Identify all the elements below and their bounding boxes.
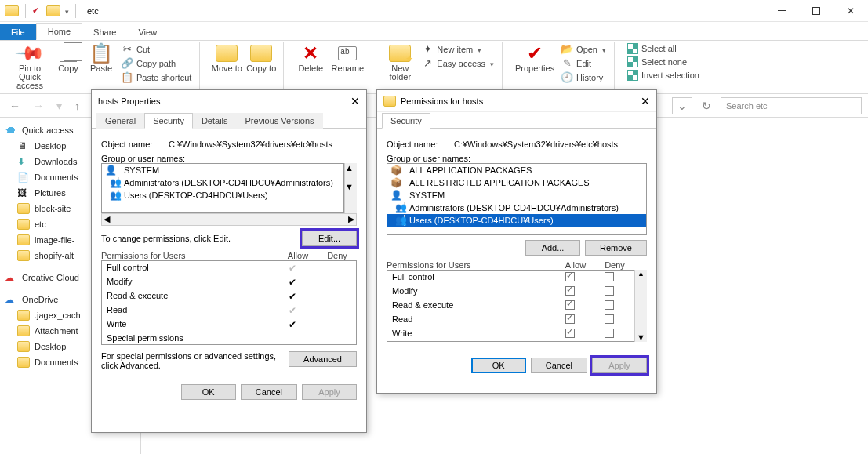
allow-checkbox[interactable] (565, 286, 575, 296)
tab-share[interactable]: Share (82, 24, 127, 40)
qat-properties-icon[interactable] (32, 5, 43, 16)
delete-button[interactable]: ✕Delete (293, 42, 328, 73)
pin-quick-access-button[interactable]: 📌 Pin to Quick access (8, 42, 52, 90)
user-icon (105, 165, 119, 176)
nav-recent-icon[interactable]: ▾ (53, 100, 65, 112)
ribbon: 📌 Pin to Quick access Copy 📋 Paste ✂Cut … (0, 41, 868, 94)
allow-checkbox[interactable] (565, 272, 575, 281)
group-user-list[interactable]: ALL APPLICATION PACKAGES ALL RESTRICTED … (387, 163, 647, 235)
cut-button[interactable]: ✂Cut (118, 42, 194, 56)
paste-shortcut-button[interactable]: 📋Paste shortcut (118, 71, 194, 84)
copy-path-button[interactable]: 🔗Copy path (118, 56, 194, 70)
tab-previous-versions[interactable]: Previous Versions (237, 113, 323, 129)
maximize-button[interactable] (799, 0, 833, 22)
deny-checkbox[interactable] (605, 329, 614, 338)
object-name-value: C:¥Windows¥System32¥drivers¥etc¥hosts (454, 140, 618, 149)
nav-forward-icon[interactable]: → (30, 100, 47, 112)
tab-home[interactable]: Home (36, 23, 82, 40)
perm-write: Write (392, 329, 550, 340)
documents-icon (17, 172, 30, 183)
cancel-button[interactable]: Cancel (241, 384, 297, 400)
list-item[interactable]: ALL APPLICATION PACKAGES (387, 164, 646, 176)
tab-view[interactable]: View (127, 24, 168, 40)
close-button[interactable]: ✕ (833, 0, 868, 22)
list-item[interactable]: Administrators (DESKTOP-CD4HDCU¥Administ… (102, 176, 343, 189)
search-input[interactable]: Search etc (721, 97, 862, 114)
list-item[interactable]: SYSTEM (102, 164, 343, 176)
open-button[interactable]: Open (557, 42, 609, 56)
edit-button[interactable]: Edit... (302, 231, 357, 246)
paste-button[interactable]: 📋 Paste (85, 42, 118, 90)
tab-security[interactable]: Security (144, 113, 193, 129)
properties-button[interactable]: ✔Properties (512, 42, 557, 84)
easy-access-button[interactable]: ↗Easy access (418, 56, 497, 70)
group-user-list[interactable]: SYSTEM Administrators (DESKTOP-CD4HDCU¥A… (101, 163, 344, 213)
add-button[interactable]: Add... (525, 240, 580, 256)
ok-button[interactable]: OK (181, 384, 236, 400)
easy-access-icon: ↗ (421, 57, 434, 69)
qat-dropdown-icon[interactable] (64, 6, 69, 16)
group-icon (105, 190, 119, 201)
nav-up-icon[interactable]: ↑ (71, 100, 83, 112)
close-icon[interactable]: ✕ (641, 95, 650, 107)
deny-checkbox[interactable] (605, 286, 614, 296)
allow-checkbox[interactable] (565, 300, 575, 310)
scrollbar[interactable]: ▲▼ (344, 163, 357, 213)
open-icon (561, 43, 573, 55)
scrollbar[interactable]: ▲▼ (634, 270, 647, 342)
user-icon (390, 190, 405, 201)
rename-button[interactable]: Rename (328, 42, 367, 73)
list-item-selected[interactable]: Users (DESKTOP-CD4HDCU¥Users) (387, 214, 646, 227)
tab-security[interactable]: Security (382, 113, 430, 129)
perm-full: Full control (107, 263, 273, 274)
move-to-button[interactable]: Move to (209, 42, 244, 73)
dialog-titlebar[interactable]: Permissions for hosts ✕ (377, 90, 656, 112)
list-item[interactable]: Administrators (DESKTOP-CD4HDCU¥Administ… (387, 202, 646, 214)
address-dropdown-icon[interactable]: ⌄ (672, 97, 692, 114)
paste-shortcut-icon: 📋 (121, 71, 133, 83)
deny-checkbox[interactable] (605, 272, 614, 281)
deny-checkbox[interactable] (605, 314, 614, 324)
h-scrollbar[interactable]: ◀▶ (101, 213, 357, 226)
apply-button[interactable]: Apply (592, 358, 647, 373)
select-none-button[interactable]: Select none (624, 56, 703, 68)
advanced-button[interactable]: Advanced (289, 351, 357, 367)
allow-checkbox[interactable] (565, 314, 575, 324)
folder-icon (17, 234, 30, 245)
folder-icon (5, 5, 19, 16)
group-names-label: Group or user names: (101, 154, 357, 163)
history-button[interactable]: History (557, 71, 609, 84)
apply-button[interactable]: Apply (302, 384, 357, 400)
new-item-button[interactable]: ✦New item (418, 42, 497, 56)
perm-full: Full control (392, 272, 550, 283)
remove-button[interactable]: Remove (585, 240, 647, 256)
cancel-button[interactable]: Cancel (531, 358, 587, 373)
pictures-icon (17, 187, 30, 198)
allow-checkbox[interactable] (565, 329, 575, 338)
list-item[interactable]: ALL RESTRICTED APPLICATION PACKAGES (387, 176, 646, 189)
invert-selection-button[interactable]: Invert selection (624, 69, 703, 82)
dialog-titlebar[interactable]: hosts Properties ✕ (92, 90, 366, 112)
refresh-icon[interactable]: ↻ (699, 100, 714, 112)
tab-general[interactable]: General (96, 113, 144, 129)
edit-button[interactable]: Edit (557, 56, 609, 70)
ok-button[interactable]: OK (471, 358, 526, 373)
tab-file[interactable]: File (0, 24, 36, 40)
deny-checkbox[interactable] (605, 300, 614, 310)
minimize-button[interactable] (764, 0, 799, 22)
new-folder-button[interactable]: New folder (382, 42, 418, 82)
list-item[interactable]: Users (DESKTOP-CD4HDCU¥Users) (102, 189, 343, 202)
select-all-icon (627, 43, 638, 54)
qat-folder-icon[interactable] (46, 5, 60, 16)
nav-back-icon[interactable]: ← (6, 100, 24, 112)
list-item[interactable]: SYSTEM (387, 189, 646, 202)
close-icon[interactable]: ✕ (350, 95, 360, 107)
new-folder-icon (389, 42, 411, 64)
copy-button[interactable]: Copy (52, 42, 85, 90)
copy-to-button[interactable]: Copy to (244, 42, 278, 73)
tab-details[interactable]: Details (193, 113, 237, 129)
object-name-value: C:¥Windows¥System32¥drivers¥etc¥hosts (169, 140, 332, 149)
select-all-button[interactable]: Select all (624, 42, 703, 55)
package-icon (390, 177, 405, 188)
deny-header: Deny (318, 251, 357, 260)
